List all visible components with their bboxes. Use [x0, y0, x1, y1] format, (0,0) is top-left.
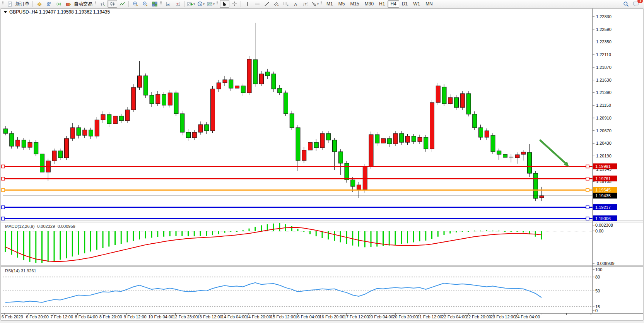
- line-anchor[interactable]: [586, 165, 589, 168]
- candle-body: [101, 115, 105, 120]
- macd-histogram-bar: [176, 231, 177, 236]
- candle: [119, 114, 123, 123]
- candle-body: [89, 130, 93, 136]
- macd-histogram-bar: [206, 231, 207, 236]
- candle-body: [192, 132, 196, 138]
- candle-body: [503, 154, 507, 157]
- candle: [430, 100, 434, 152]
- macd-histogram-bar: [23, 231, 24, 260]
- candle-body: [320, 133, 325, 148]
- macd-histogram-bar: [72, 231, 73, 256]
- date-label: 10 Feb 04:00: [148, 314, 173, 319]
- trend-arrow[interactable]: [540, 140, 565, 163]
- date-label: 16 Feb 04:00: [295, 314, 320, 319]
- candle: [95, 117, 99, 138]
- candle: [77, 125, 81, 138]
- line-anchor[interactable]: [586, 177, 589, 180]
- line-anchor[interactable]: [586, 188, 589, 191]
- macd-histogram-bar: [188, 231, 189, 236]
- macd-histogram-bar: [181, 231, 183, 236]
- candle: [180, 111, 184, 135]
- candle-body: [16, 140, 20, 146]
- candle-body: [308, 142, 313, 150]
- price-tick-label: 1.20910: [596, 116, 612, 120]
- macd-histogram-bar: [90, 231, 91, 251]
- candle: [369, 132, 373, 169]
- candle-body: [430, 103, 434, 149]
- candle-body: [150, 95, 154, 104]
- candle-body: [119, 116, 123, 121]
- macd-histogram-bar: [462, 231, 463, 232]
- price-label-text: 1.19006: [595, 216, 611, 221]
- candle-body: [156, 94, 160, 104]
- candle-body: [296, 128, 300, 161]
- macd-indicator-label: MACD(12,26,9) -0.002329 -0.000959: [5, 224, 75, 229]
- macd-histogram-bar: [17, 231, 18, 258]
- macd-histogram-bar: [498, 231, 499, 231]
- candle-body: [22, 140, 26, 147]
- candle: [168, 90, 172, 108]
- candle-body: [381, 138, 386, 143]
- macd-histogram-bar: [322, 231, 323, 238]
- candle: [393, 131, 398, 146]
- candle-body: [253, 60, 258, 84]
- symbol-dropdown-icon[interactable]: [4, 11, 7, 13]
- line-anchor[interactable]: [586, 217, 589, 220]
- line-anchor[interactable]: [2, 177, 5, 180]
- candle-body: [485, 131, 489, 137]
- chart-canvas[interactable]: GBPUSD-,H4 1.19407 1.19598 1.19362 1.194…: [0, 0, 644, 323]
- candle-body: [3, 129, 8, 133]
- macd-histogram-bar: [114, 231, 116, 245]
- candle: [314, 139, 318, 151]
- candle-body: [132, 87, 136, 110]
- macd-histogram-bar: [474, 231, 475, 231]
- candle-body: [436, 86, 440, 103]
- candle-body: [143, 76, 148, 95]
- candle: [491, 133, 495, 154]
- macd-histogram-bar: [243, 230, 244, 231]
- candle: [241, 84, 245, 96]
- candle: [192, 130, 196, 140]
- candle-body: [290, 114, 294, 128]
- macd-histogram-bar: [364, 231, 366, 247]
- macd-histogram-bar: [504, 231, 506, 232]
- candle: [211, 86, 215, 133]
- candle: [278, 85, 282, 95]
- line-anchor[interactable]: [2, 188, 5, 191]
- macd-histogram-bar: [480, 231, 481, 231]
- date-label: 12 Feb 23:00: [173, 314, 198, 319]
- price-label-text: 1.19545: [595, 188, 611, 192]
- candle-body: [448, 97, 453, 104]
- candle-body: [95, 120, 99, 136]
- candle: [174, 91, 178, 116]
- macd-histogram-bar: [54, 231, 55, 261]
- candle-body: [265, 72, 270, 76]
- candle: [40, 152, 44, 175]
- candle: [454, 95, 459, 110]
- candle-body: [393, 133, 398, 144]
- candle: [253, 23, 258, 87]
- candle: [83, 128, 87, 138]
- candle: [205, 122, 209, 134]
- status-strip: [0, 321, 644, 323]
- line-anchor[interactable]: [586, 206, 589, 209]
- macd-histogram-bar: [517, 231, 518, 232]
- candle-body: [460, 94, 465, 108]
- date-label: 7 Feb 12:00: [50, 314, 73, 319]
- candle: [28, 140, 32, 150]
- macd-histogram-bar: [425, 231, 426, 241]
- macd-histogram-bar: [249, 229, 250, 231]
- line-anchor[interactable]: [2, 206, 5, 209]
- line-anchor[interactable]: [2, 217, 5, 220]
- macd-histogram-bar: [303, 231, 304, 232]
- candle-body: [521, 152, 526, 154]
- rsi-tick-label: 100: [595, 267, 602, 272]
- candle-body: [10, 133, 14, 146]
- candle: [302, 147, 306, 163]
- candle: [533, 171, 538, 201]
- macd-histogram-bar: [224, 231, 225, 233]
- line-anchor[interactable]: [2, 165, 5, 168]
- date-label: 13 Feb 12:00: [197, 314, 222, 319]
- rsi-indicator-label: RSI(14) 31.9261: [5, 268, 36, 273]
- macd-signal-line: [5, 227, 542, 261]
